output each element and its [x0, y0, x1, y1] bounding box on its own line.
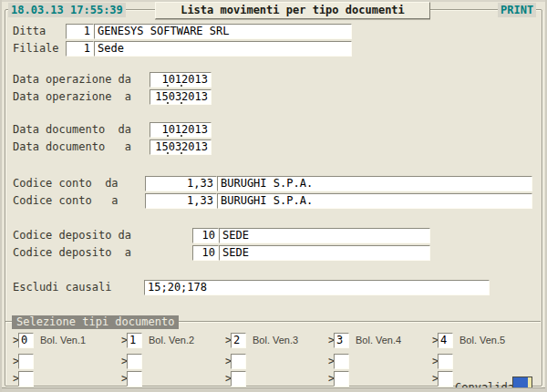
tipo-doc-cell: >: [328, 354, 436, 369]
tipo-doc-cell: >2Bol. Ven.3: [225, 333, 333, 348]
tipo-doc-cell: >: [432, 354, 540, 369]
ditta-label: Ditta: [13, 24, 46, 39]
field-row-codice-deposito-a: Codice deposito a 10 SEDE: [0, 245, 547, 261]
data-documento-a-label: Data documento a: [13, 139, 131, 155]
codice-conto-da-label: Codice conto da: [13, 176, 119, 191]
date-separator-dot: [167, 85, 169, 87]
tipo-doc-cell: >: [225, 354, 333, 369]
field-row-codice-deposito-da: Codice deposito da 10 SEDE: [0, 228, 547, 243]
data-operazione-da-label: Data operazione da: [13, 72, 131, 88]
tipo-doc-label: Bol. Ven.1: [40, 333, 86, 348]
ditta-code-input[interactable]: 1: [66, 24, 94, 39]
codice-deposito-da-desc-input[interactable]: SEDE: [219, 228, 430, 243]
codice-conto-a-desc-input[interactable]: BURUGHI S.P.A.: [217, 193, 532, 209]
date-separator-dot: [181, 135, 182, 137]
field-row-ditta: Ditta 1 GENESYS SOFTWARE SRL: [0, 24, 547, 39]
tipo-doc-cell: >: [13, 354, 120, 369]
field-row-data-documento-da: Data documento da 1012013: [0, 122, 547, 138]
tipo-doc-input[interactable]: 3: [334, 333, 349, 348]
escludi-causali-label: Escludi causali: [13, 280, 111, 295]
field-row-data-documento-a: Data documento a 15032013: [0, 139, 547, 155]
tipo-doc-cell: >1Bol. Ven.2: [121, 333, 229, 348]
date-separator-dot: [181, 152, 182, 154]
field-row-codice-conto-da: Codice conto da 1,33 BURUGHI S.P.A.: [0, 176, 547, 191]
date-value: 15032013: [155, 90, 208, 103]
data-documento-a-input[interactable]: 15032013: [150, 139, 212, 155]
page-title: Lista movimenti per tipo documenti: [155, 2, 430, 19]
date-separator-dot: [181, 85, 182, 87]
tipo-doc-cell: >: [13, 371, 120, 387]
window-edge-bottom: [0, 387, 547, 392]
escludi-causali-input[interactable]: 15;20;178: [144, 280, 490, 295]
section-title: Selezione tipi documento: [12, 315, 179, 329]
tipo-doc-input[interactable]: [438, 371, 453, 387]
tipo-doc-cell: >: [121, 371, 229, 387]
tipo-doc-input[interactable]: 0: [18, 333, 34, 348]
tipo-doc-input[interactable]: [231, 354, 246, 369]
tipo-doc-input[interactable]: [438, 354, 453, 369]
field-row-filiale: Filiale 1 Sede: [0, 41, 547, 57]
codice-conto-da-desc-input[interactable]: BURUGHI S.P.A.: [217, 176, 532, 191]
ditta-desc-input[interactable]: GENESYS SOFTWARE SRL: [94, 24, 352, 39]
field-row-data-operazione-a: Data operazione a 15032013: [0, 89, 547, 105]
timestamp-label: 18.03.13 17:55:39: [8, 3, 126, 17]
tipo-doc-input[interactable]: 2: [231, 333, 246, 348]
filiale-desc-input[interactable]: Sede: [94, 41, 352, 57]
erp-window: 18.03.13 17:55:39 Lista movimenti per ti…: [0, 0, 547, 392]
codice-deposito-da-label: Codice deposito da: [13, 228, 131, 243]
date-value: 1012013: [161, 73, 208, 86]
tipo-doc-cell: >0Bol. Ven.1: [13, 333, 120, 348]
codice-conto-a-code-input[interactable]: 1,33: [145, 193, 217, 209]
field-row-data-operazione-da: Data operazione da 1012013: [0, 72, 547, 88]
codice-conto-a-label: Codice conto a: [13, 193, 119, 209]
tipo-doc-cell: >: [328, 371, 436, 387]
codice-deposito-a-code-input[interactable]: 10: [192, 245, 219, 261]
tipo-doc-input[interactable]: [334, 371, 349, 387]
date-value: 1012013: [161, 123, 208, 136]
data-operazione-a-label: Data operazione a: [13, 89, 131, 105]
field-row-escludi-causali: Escludi causali 15;20;178: [0, 280, 547, 295]
tipo-doc-input[interactable]: [18, 371, 34, 387]
tipo-doc-input[interactable]: [127, 371, 142, 387]
codice-conto-da-code-input[interactable]: 1,33: [145, 176, 217, 191]
tipo-doc-label: Bol. Ven.4: [356, 333, 401, 348]
tipo-doc-label: Bol. Ven.3: [253, 333, 298, 348]
data-operazione-a-input[interactable]: 15032013: [150, 89, 212, 105]
tipo-doc-input[interactable]: [231, 371, 246, 387]
tipo-doc-label: Bol. Ven.2: [149, 333, 194, 348]
data-documento-da-input[interactable]: 1012013: [150, 122, 212, 138]
tipo-doc-input[interactable]: [127, 354, 142, 369]
date-value: 15032013: [155, 140, 208, 153]
filiale-label: Filiale: [13, 41, 59, 57]
date-separator-dot: [181, 102, 182, 104]
tipo-doc-cell: >3Bol. Ven.4: [328, 333, 436, 348]
field-row-codice-conto-a: Codice conto a 1,33 BURUGHI S.P.A.: [0, 193, 547, 209]
tipo-doc-cell: >4Bol. Ven.5: [432, 333, 540, 348]
codice-deposito-a-label: Codice deposito a: [13, 245, 131, 261]
date-separator-dot: [167, 135, 169, 137]
filiale-code-input[interactable]: 1: [66, 41, 94, 57]
print-button[interactable]: PRINT: [498, 3, 536, 17]
tipo-doc-input[interactable]: [334, 354, 349, 369]
window-edge-left: [0, 0, 2, 392]
data-documento-da-label: Data documento da: [13, 122, 131, 138]
tipo-doc-input[interactable]: [18, 354, 34, 369]
tipo-doc-input[interactable]: 4: [438, 333, 453, 348]
date-separator-dot: [167, 102, 169, 104]
data-operazione-da-input[interactable]: 1012013: [150, 72, 212, 88]
tipo-doc-input[interactable]: 1: [127, 333, 142, 348]
tipo-doc-cell: >: [225, 371, 333, 387]
tipo-doc-cell: >: [121, 354, 229, 369]
codice-deposito-a-desc-input[interactable]: SEDE: [219, 245, 430, 261]
date-separator-dot: [167, 152, 169, 154]
codice-deposito-da-code-input[interactable]: 10: [192, 228, 219, 243]
tipo-doc-label: Bol. Ven.5: [459, 333, 505, 348]
